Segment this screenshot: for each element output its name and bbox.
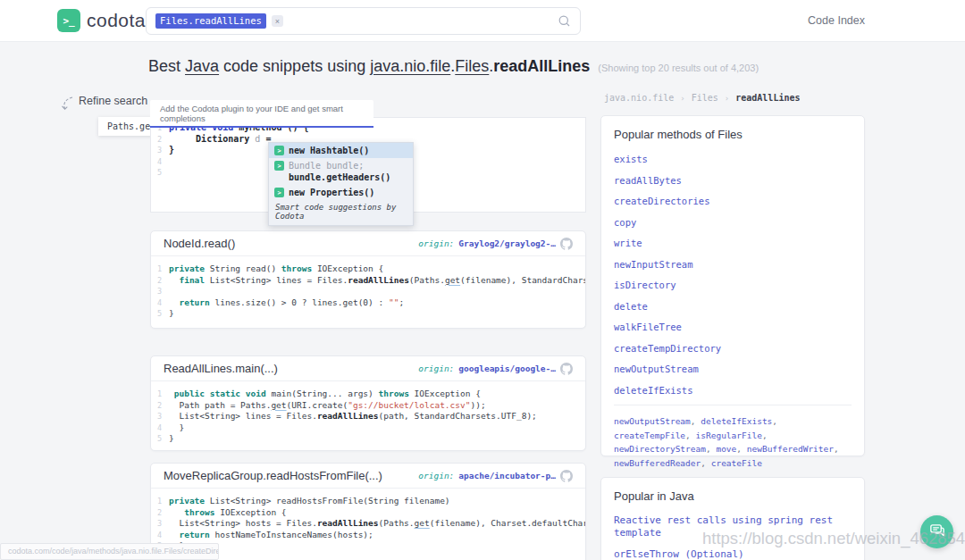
title-text: Best bbox=[148, 57, 185, 76]
more-method-link[interactable]: newOutputStream bbox=[614, 416, 691, 426]
autocomplete-popup: >new Hashtable()>Bundle bundle;bundle.ge… bbox=[268, 142, 414, 226]
popular-method-link[interactable]: readAllBytes bbox=[614, 174, 852, 187]
more-method-link[interactable]: createTempFile bbox=[614, 430, 685, 440]
comma-separator: , bbox=[685, 430, 695, 440]
popup-suggestion[interactable]: >new Hashtable() bbox=[269, 143, 413, 158]
popular-method-link[interactable]: deleteIfExists bbox=[614, 384, 852, 397]
popular-method-link[interactable]: exists bbox=[614, 153, 852, 165]
breadcrumb-item[interactable]: java.nio.file bbox=[604, 93, 674, 103]
snippet-origin: origin: Graylog2/graylog2-… bbox=[418, 238, 573, 250]
comma-separator: , bbox=[834, 444, 839, 454]
comma-separator: , bbox=[701, 458, 710, 468]
line-number: 4 bbox=[151, 297, 169, 309]
line-number: 5 bbox=[151, 167, 169, 179]
search-query-tag[interactable]: Files.readAllLines bbox=[155, 13, 266, 29]
breadcrumb-item: readAllLines bbox=[735, 93, 800, 103]
popup-footer: Smart code suggestions by Codota bbox=[269, 200, 413, 225]
snippet-header: ReadAllLines.main(...) origin: googleapi… bbox=[151, 356, 585, 381]
title-java-link[interactable]: Java bbox=[185, 57, 219, 76]
popular-method-link[interactable]: copy bbox=[614, 216, 852, 229]
code-line: 4 return lines.size() > 0 ? lines.get(0)… bbox=[151, 297, 585, 309]
origin-repo-link[interactable]: Graylog2/graylog2-… bbox=[458, 238, 556, 248]
link-preview-statusbar: codota.com/code/java/methods/java.nio.fi… bbox=[0, 543, 219, 560]
line-number: 1 bbox=[151, 496, 169, 507]
codota-logo[interactable]: >_ codota bbox=[57, 9, 146, 32]
title-package-link[interactable]: java.nio.file bbox=[370, 57, 450, 76]
origin-label: origin: bbox=[418, 238, 454, 248]
more-method-link[interactable]: deleteIfExists bbox=[701, 416, 772, 426]
snippet-card: NodeId.read() origin: Graylog2/graylog2-… bbox=[150, 230, 586, 329]
more-method-links: newOutputStream, deleteIfExists, createT… bbox=[614, 414, 852, 470]
breadcrumb: java.nio.file›Files›readAllLines bbox=[604, 93, 800, 103]
origin-repo-link[interactable]: apache/incubator-p… bbox=[458, 471, 556, 481]
popup-suggestion[interactable]: >new Properties() bbox=[269, 185, 413, 200]
github-icon[interactable] bbox=[560, 238, 573, 250]
popular-method-link[interactable]: write bbox=[614, 237, 852, 249]
codota-suggestion-icon: > bbox=[274, 161, 284, 171]
snippet-header: NodeId.read() origin: Graylog2/graylog2-… bbox=[151, 231, 585, 256]
more-method-link[interactable]: newBufferedWriter bbox=[747, 444, 834, 454]
popular-method-link[interactable]: newInputStream bbox=[614, 258, 852, 271]
popup-suggestion[interactable]: >Bundle bundle;bundle.getHeaders() bbox=[269, 158, 413, 185]
popular-method-link[interactable]: delete bbox=[614, 300, 852, 313]
page: >_ codota Files.readAllLines × Code Inde… bbox=[0, 0, 965, 560]
more-method-link[interactable]: newDirectoryStream bbox=[614, 444, 706, 454]
snippet-origin: origin: googleapis/google-… bbox=[418, 363, 573, 375]
line-number: 4 bbox=[151, 530, 169, 541]
more-method-link[interactable]: isRegularFile bbox=[696, 430, 762, 440]
results-count-note: (Showing top 20 results out of 4,203) bbox=[598, 63, 759, 73]
title-text: code snippets using bbox=[219, 57, 370, 76]
code-index-link[interactable]: Code Index bbox=[808, 14, 865, 27]
popular-method-link[interactable]: createTempDirectory bbox=[614, 342, 852, 355]
codota-logo-icon: >_ bbox=[57, 9, 80, 32]
popular-methods-card: Popular methods of Files existsreadAllBy… bbox=[600, 115, 865, 456]
github-icon[interactable] bbox=[560, 363, 573, 375]
snippet-title: MoveReplicaGroup.readHostsFromFile(...) bbox=[164, 469, 382, 482]
github-icon[interactable] bbox=[560, 470, 573, 482]
line-number: 2 bbox=[151, 275, 169, 287]
more-method-link[interactable]: newBufferedReader bbox=[614, 458, 701, 468]
comma-separator: , bbox=[772, 416, 777, 426]
code-line: 4 return hostNameToInstanceNames(hosts); bbox=[151, 530, 585, 541]
more-method-link[interactable]: move bbox=[716, 444, 736, 454]
comma-separator: , bbox=[736, 444, 746, 454]
page-title: Best Java code snippets using java.nio.f… bbox=[148, 57, 759, 76]
breadcrumb-item[interactable]: Files bbox=[692, 93, 718, 103]
snippet-code: 1private String read() throws IOExceptio… bbox=[151, 256, 585, 325]
search-icon[interactable] bbox=[558, 14, 571, 28]
line-number: 3 bbox=[151, 145, 169, 156]
divider bbox=[614, 405, 852, 405]
popular-java-link[interactable]: orElseThrow (Optional) bbox=[614, 548, 852, 560]
breadcrumb-separator: › bbox=[680, 94, 684, 103]
plugin-banner[interactable]: Add the Codota plugin to your IDE and ge… bbox=[150, 100, 373, 128]
code-line: 3 List<String> hosts = Files.readAllLine… bbox=[151, 518, 585, 530]
remove-tag-icon[interactable]: × bbox=[272, 15, 283, 27]
code-line: 1 public static void main(String... args… bbox=[151, 389, 585, 400]
more-method-link[interactable]: createFile bbox=[711, 458, 762, 468]
popular-method-link[interactable]: createDirectories bbox=[614, 195, 852, 207]
origin-label: origin: bbox=[418, 471, 454, 481]
snippet-code: 1 public static void main(String... args… bbox=[151, 381, 585, 450]
snippet-title: ReadAllLines.main(...) bbox=[164, 362, 278, 375]
line-number: 2 bbox=[151, 507, 169, 519]
comma-separator: , bbox=[691, 416, 701, 426]
snippet-card: ReadAllLines.main(...) origin: googleapi… bbox=[150, 355, 586, 451]
code-line: 2 throws IOException { bbox=[151, 507, 585, 519]
line-number: 1 bbox=[151, 389, 169, 400]
popular-method-link[interactable]: walkFileTree bbox=[614, 321, 852, 333]
title-files-link[interactable]: Files bbox=[455, 57, 489, 76]
line-number: 2 bbox=[151, 400, 169, 412]
line-number: 2 bbox=[151, 134, 169, 146]
code-line: 5} bbox=[151, 308, 585, 320]
popular-methods-title: Popular methods of Files bbox=[614, 128, 852, 141]
popular-method-link[interactable]: isDirectory bbox=[614, 279, 852, 291]
line-number: 3 bbox=[151, 411, 169, 422]
popular-method-link[interactable]: newOutputStream bbox=[614, 363, 852, 375]
code-line: 2 Path path = Paths.get(URI.create("gs:/… bbox=[151, 400, 585, 412]
comma-separator: , bbox=[706, 444, 716, 454]
origin-repo-link[interactable]: googleapis/google-… bbox=[458, 364, 556, 373]
line-number: 4 bbox=[151, 156, 169, 168]
codota-suggestion-icon: > bbox=[274, 146, 284, 155]
line-number: 3 bbox=[151, 518, 169, 530]
search-bar[interactable]: Files.readAllLines × bbox=[146, 7, 581, 35]
